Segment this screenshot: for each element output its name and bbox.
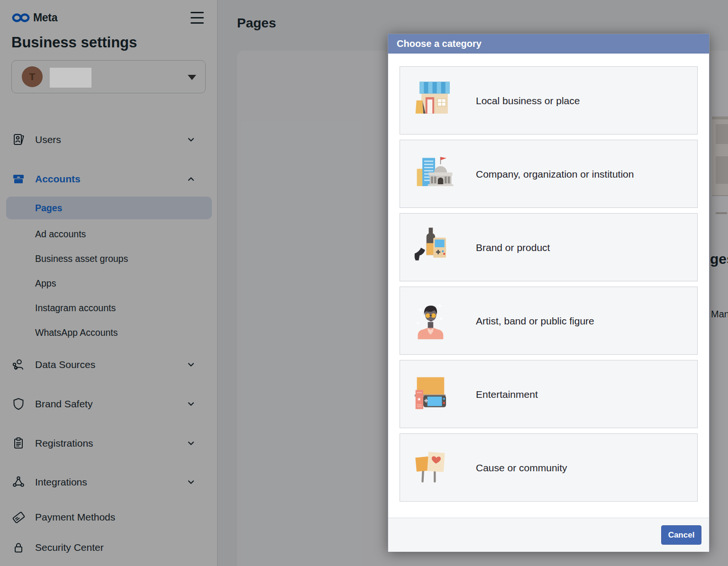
entertainment-icon: ★ [412,372,458,417]
cancel-button[interactable]: Cancel [661,525,701,545]
storefront-icon [412,78,458,124]
category-label: Artist, band or public figure [476,287,594,355]
category-cause-community[interactable]: Cause or community [400,433,698,502]
category-label: Cause or community [476,434,567,502]
svg-text:★: ★ [417,396,421,402]
category-label: Entertainment [476,360,538,429]
buildings-icon [412,152,458,197]
protest-signs-icon [412,445,458,491]
category-label: Local business or place [476,67,580,135]
category-artist[interactable]: Artist, band or public figure [400,287,698,355]
category-brand-product[interactable]: Brand or product [400,213,698,281]
category-label: Brand or product [476,214,550,282]
category-local-business[interactable]: Local business or place [400,66,698,135]
dialog-footer: Cancel [388,518,709,552]
artist-icon [412,298,458,344]
choose-category-dialog: Choose a category Local business or pla [388,34,710,552]
category-company[interactable]: Company, organization or institution [400,140,698,208]
category-entertainment[interactable]: ★ Entertainment [400,360,698,428]
dialog-title: Choose a category [388,34,709,54]
products-icon [412,225,458,270]
category-label: Company, organization or institution [476,140,634,208]
redacted-account-name [50,68,91,88]
